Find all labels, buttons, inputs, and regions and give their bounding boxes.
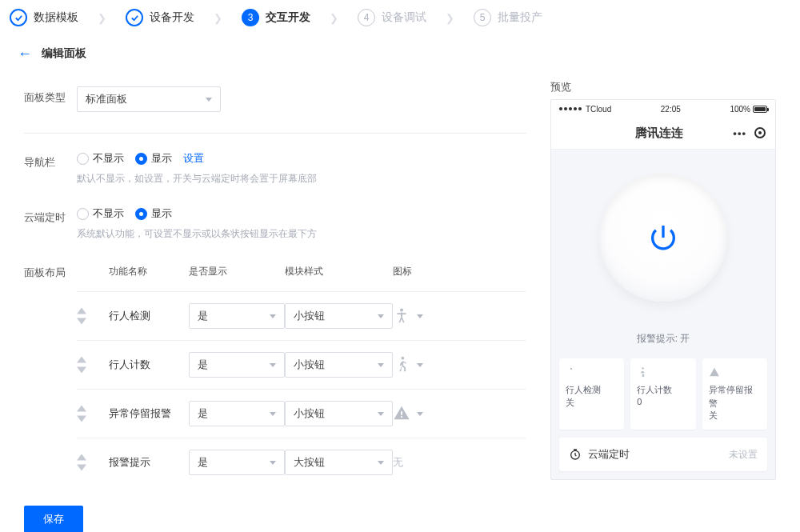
card-abnormal-stay[interactable]: 异常停留报警 关 — [702, 358, 767, 430]
card-pedestrian-count[interactable]: 行人计数 0 — [630, 358, 695, 430]
cloud-timer-label: 云端定时 — [24, 206, 77, 225]
chevron-right-icon: ❯ — [330, 12, 338, 24]
phone-navbar: 腾讯连连 ••• — [551, 118, 775, 150]
app-title: 腾讯连连 — [585, 126, 733, 141]
row-show-value: 是 — [198, 406, 208, 421]
step-3-current[interactable]: 3 交互开发 — [242, 9, 310, 26]
step-label: 设备开发 — [150, 10, 194, 25]
chevron-down-icon — [270, 314, 276, 318]
save-button[interactable]: 保存 — [24, 506, 83, 532]
radio-icon — [77, 153, 89, 165]
card-title: 异常停留报警 — [709, 383, 761, 410]
walk-icon — [637, 366, 689, 380]
radio-label: 显示 — [151, 206, 172, 221]
svg-point-7 — [642, 367, 644, 369]
page-header: ← 编辑面板 — [0, 35, 800, 72]
page-title: 编辑面板 — [42, 46, 86, 61]
row-style-select[interactable]: 小按钮 — [285, 352, 393, 378]
panel-type-value: 标准面板 — [86, 92, 127, 106]
radio-icon — [135, 208, 147, 220]
navbar-radio-hide[interactable]: 不显示 — [77, 151, 124, 166]
panel-layout-row: 面板布局 功能名称 是否显示 模块样式 图标 行人检测 是 — [24, 262, 526, 486]
row-name: 报警提示 — [109, 455, 189, 470]
panel-type-select[interactable]: 标准面板 — [77, 86, 221, 112]
sort-handle[interactable] — [77, 405, 109, 422]
check-icon — [10, 9, 27, 26]
row-icon-select[interactable] — [393, 404, 457, 424]
battery-icon — [753, 106, 767, 113]
step-label: 数据模板 — [34, 10, 78, 25]
preview-title: 预览 — [550, 80, 776, 94]
cloud-timer-status: 未设置 — [729, 448, 758, 462]
cloud-timer-card[interactable]: 云端定时 未设置 — [559, 438, 767, 471]
step-4[interactable]: 4 设备调试 — [358, 9, 426, 26]
layout-table-row: 行人检测 是 小按钮 — [77, 291, 526, 340]
status-bar: TCloud 22:05 100% — [551, 100, 775, 118]
card-title: 行人计数 — [637, 383, 689, 397]
step-label: 设备调试 — [382, 10, 426, 25]
chevron-down-icon — [270, 412, 276, 416]
navbar-row: 导航栏 不显示 显示 设置 默认不显示，如设置，开关与云端定时将会置于屏幕底部 — [24, 151, 526, 186]
card-value: 0 — [637, 397, 689, 406]
row-show-value: 是 — [198, 309, 208, 323]
col-header-show: 是否显示 — [189, 265, 285, 278]
row-icon-select: 无 — [393, 455, 457, 470]
row-style-select[interactable]: 大按钮 — [285, 450, 393, 475]
divider — [24, 133, 526, 134]
step-2[interactable]: 设备开发 — [126, 9, 194, 26]
warning-icon — [709, 366, 761, 380]
row-show-value: 是 — [198, 358, 208, 372]
row-icon-select[interactable] — [393, 355, 457, 375]
progress-stepper: 数据模板 ❯ 设备开发 ❯ 3 交互开发 ❯ 4 设备调试 ❯ 5 批量投产 — [0, 0, 800, 35]
alarm-status-text: 报警提示: 开 — [551, 332, 775, 346]
svg-point-3 — [402, 356, 405, 359]
sort-handle[interactable] — [77, 454, 109, 471]
warn-icon — [393, 404, 410, 424]
step-number: 5 — [474, 9, 491, 26]
svg-point-0 — [400, 308, 403, 311]
cloud-help-text: 系统默认功能，可设置不显示或以条状按钮显示在最下方 — [77, 227, 317, 241]
power-icon — [647, 222, 679, 254]
card-title: 行人检测 — [566, 383, 618, 397]
clock-icon — [569, 448, 582, 461]
power-button[interactable] — [599, 174, 727, 302]
person-icon — [566, 366, 618, 380]
phone-preview: TCloud 22:05 100% 腾讯连连 ••• — [550, 99, 776, 480]
chevron-down-icon — [417, 412, 423, 416]
navbar-settings-link[interactable]: 设置 — [183, 151, 204, 166]
row-icon-select[interactable] — [393, 306, 457, 326]
card-value: 关 — [709, 410, 761, 422]
chevron-down-icon — [417, 314, 423, 318]
battery-percent: 100% — [730, 105, 750, 114]
row-style-value: 小按钮 — [294, 309, 325, 323]
step-number: 4 — [358, 9, 375, 26]
target-icon[interactable] — [754, 127, 766, 138]
step-1[interactable]: 数据模板 — [10, 9, 78, 26]
cloud-radio-show[interactable]: 显示 — [135, 206, 172, 221]
chevron-down-icon — [378, 461, 384, 465]
col-header-style: 模块样式 — [285, 265, 393, 278]
row-style-select[interactable]: 小按钮 — [285, 303, 393, 329]
radio-label: 显示 — [151, 151, 172, 166]
radio-icon — [135, 153, 147, 165]
cloud-radio-hide[interactable]: 不显示 — [77, 206, 124, 221]
svg-rect-5 — [401, 416, 402, 418]
sort-handle[interactable] — [77, 356, 109, 374]
more-icon[interactable]: ••• — [733, 127, 746, 139]
step-label: 批量投产 — [498, 10, 542, 25]
row-name: 行人计数 — [109, 358, 189, 372]
layout-table-row: 行人计数 是 小按钮 — [77, 340, 526, 389]
row-show-select[interactable]: 是 — [189, 352, 285, 378]
step-label: 交互开发 — [266, 10, 310, 25]
sort-handle[interactable] — [77, 307, 109, 325]
radio-label: 不显示 — [93, 151, 124, 166]
status-time: 22:05 — [661, 105, 681, 114]
card-pedestrian-detection[interactable]: 行人检测 关 — [559, 358, 624, 430]
row-show-select[interactable]: 是 — [189, 401, 285, 426]
back-arrow-icon[interactable]: ← — [18, 46, 32, 61]
row-show-select[interactable]: 是 — [189, 303, 285, 329]
row-show-select[interactable]: 是 — [189, 450, 285, 475]
row-style-select[interactable]: 小按钮 — [285, 401, 393, 426]
step-5[interactable]: 5 批量投产 — [474, 9, 542, 26]
navbar-radio-show[interactable]: 显示 — [135, 151, 172, 166]
